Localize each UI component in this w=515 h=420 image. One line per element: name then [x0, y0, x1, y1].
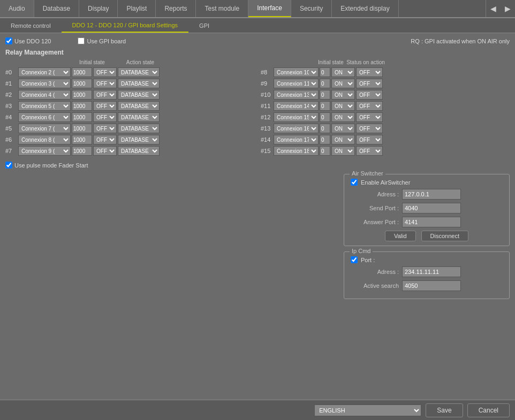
relay-right-on-select-4[interactable]: ON: [331, 112, 355, 122]
relay-right-status-select-2[interactable]: OFF: [356, 90, 383, 100]
answer-port-row: Answer Port :: [351, 217, 503, 227]
relay-off-select-1[interactable]: OFF: [93, 79, 117, 88]
relay-init-input-0[interactable]: [72, 67, 92, 77]
relay-right-hash-6: #14: [261, 136, 272, 143]
relay-init-input-7[interactable]: [72, 146, 92, 156]
subtab-gpi[interactable]: GPI: [188, 18, 220, 33]
relay-init-input-6[interactable]: [72, 135, 92, 144]
relay-init-input-3[interactable]: [72, 101, 92, 111]
relay-right-init-input-3[interactable]: [320, 101, 330, 111]
relay-db-select-0[interactable]: DATABASE: [118, 67, 160, 77]
save-button[interactable]: Save: [426, 403, 463, 417]
relay-db-select-3[interactable]: DATABASE: [118, 101, 160, 111]
relay-right-init-input-6[interactable]: [320, 135, 330, 144]
relay-right-init-input-2[interactable]: [320, 90, 330, 100]
relay-right-on-select-0[interactable]: ON: [331, 67, 355, 77]
use-gpi-checkbox[interactable]: [78, 37, 85, 44]
relay-off-select-3[interactable]: OFF: [93, 101, 117, 111]
active-search-input[interactable]: [402, 280, 461, 291]
relay-conn-select-7[interactable]: Connexion 9 (: [18, 146, 71, 156]
relay-off-select-2[interactable]: OFF: [93, 90, 117, 100]
relay-right-row-2: #10 Connexion 13 ON OFF: [261, 90, 510, 100]
relay-conn-select-4[interactable]: Connexion 6 (: [18, 112, 71, 122]
subtab-remotecontrol[interactable]: Remote control: [0, 18, 62, 33]
relay-conn-select-2[interactable]: Connexion 4 (: [18, 90, 71, 100]
relay-off-select-5[interactable]: OFF: [93, 124, 117, 133]
ip-address-input[interactable]: [402, 266, 461, 277]
subtab-ddo[interactable]: DDO 12 - DDO 120 / GPI board Settings: [62, 18, 188, 33]
tab-display[interactable]: Display: [79, 0, 118, 17]
tab-audio[interactable]: Audio: [0, 0, 34, 17]
relay-right-conn-select-2[interactable]: Connexion 13: [274, 90, 319, 100]
relay-right-conn-select-4[interactable]: Connexion 15: [274, 112, 319, 122]
answer-port-input[interactable]: [402, 217, 461, 227]
relay-right-init-input-4[interactable]: [320, 112, 330, 122]
relay-right-status-select-5[interactable]: OFF: [356, 124, 383, 133]
tab-database[interactable]: Database: [34, 0, 79, 17]
rq-text: RQ : GPI activated when ON AIR only: [411, 38, 510, 44]
relay-off-select-7[interactable]: OFF: [93, 146, 117, 156]
relay-right-on-select-3[interactable]: ON: [331, 101, 355, 111]
tab-extendeddisplay[interactable]: Extended display: [332, 0, 398, 17]
tab-playlist[interactable]: Playlist: [118, 0, 156, 17]
relay-right-conn-select-6[interactable]: Connexion 17: [274, 135, 319, 144]
relay-conn-select-5[interactable]: Connexion 7 (: [18, 124, 71, 133]
relay-right-status-select-7[interactable]: OFF: [356, 146, 383, 156]
relay-right-on-select-1[interactable]: ON: [331, 79, 355, 88]
tab-interface[interactable]: Interface: [248, 0, 291, 17]
use-ddo-checkbox[interactable]: [5, 37, 12, 44]
language-select[interactable]: ENGLISH: [314, 404, 421, 416]
relay-right-conn-select-5[interactable]: Connexion 16: [274, 124, 319, 133]
nav-next-arrow[interactable]: ▶: [501, 0, 515, 17]
relay-right-conn-select-0[interactable]: Connexion 10: [274, 67, 319, 77]
relay-right-status-select-0[interactable]: OFF: [356, 67, 383, 77]
relay-hash-3: #3: [5, 103, 17, 109]
tab-reports[interactable]: Reports: [156, 0, 196, 17]
relay-right-init-input-5[interactable]: [320, 124, 330, 133]
cancel-button[interactable]: Cancel: [467, 403, 510, 417]
relay-right-row-1: #9 Connexion 11 ON OFF: [261, 79, 510, 88]
relay-conn-select-0[interactable]: Connexion 2 (: [18, 67, 71, 77]
tab-security[interactable]: Security: [291, 0, 332, 17]
relay-init-input-1[interactable]: [72, 79, 92, 88]
relay-off-select-6[interactable]: OFF: [93, 135, 117, 144]
pulse-checkbox[interactable]: [5, 162, 12, 169]
relay-db-select-7[interactable]: DATABASE: [118, 146, 160, 156]
relay-hash-6: #6: [5, 136, 17, 143]
tab-testmodule[interactable]: Test module: [196, 0, 248, 17]
relay-init-input-2[interactable]: [72, 90, 92, 100]
relay-init-input-5[interactable]: [72, 124, 92, 133]
relay-right-init-input-7[interactable]: [320, 146, 330, 156]
relay-db-select-6[interactable]: DATABASE: [118, 135, 160, 144]
ip-port-checkbox[interactable]: [351, 256, 358, 263]
relay-db-select-4[interactable]: DATABASE: [118, 112, 160, 122]
relay-right-status-select-3[interactable]: OFF: [356, 101, 383, 111]
relay-right-conn-select-3[interactable]: Connexion 14: [274, 101, 319, 111]
enable-airswitcher-checkbox[interactable]: [351, 179, 358, 186]
relay-right-status-select-4[interactable]: OFF: [356, 112, 383, 122]
relay-init-input-4[interactable]: [72, 112, 92, 122]
nav-prev-arrow[interactable]: ◀: [486, 0, 501, 17]
relay-right-on-select-2[interactable]: ON: [331, 90, 355, 100]
send-port-input[interactable]: [402, 203, 461, 213]
relay-db-select-1[interactable]: DATABASE: [118, 79, 160, 88]
relay-right-on-select-5[interactable]: ON: [331, 124, 355, 133]
relay-right-on-select-7[interactable]: ON: [331, 146, 355, 156]
disconnect-button[interactable]: Disconnect: [421, 231, 468, 241]
relay-right-conn-select-1[interactable]: Connexion 11: [274, 79, 319, 88]
relay-conn-select-6[interactable]: Connexion 8 (: [18, 135, 71, 144]
relay-off-select-4[interactable]: OFF: [93, 112, 117, 122]
valid-button[interactable]: Valid: [385, 231, 416, 241]
relay-right-on-select-6[interactable]: ON: [331, 135, 355, 144]
relay-off-select-0[interactable]: OFF: [93, 67, 117, 77]
relay-db-select-5[interactable]: DATABASE: [118, 124, 160, 133]
address-input[interactable]: [402, 189, 461, 200]
relay-db-select-2[interactable]: DATABASE: [118, 90, 160, 100]
relay-conn-select-1[interactable]: Connexion 3 (: [18, 79, 71, 88]
relay-right-conn-select-7[interactable]: Connexion 18: [274, 146, 319, 156]
relay-right-status-select-6[interactable]: OFF: [356, 135, 383, 144]
relay-conn-select-3[interactable]: Connexion 5 (: [18, 101, 71, 111]
relay-right-init-input-0[interactable]: [320, 67, 330, 77]
relay-right-init-input-1[interactable]: [320, 79, 330, 88]
relay-right-status-select-1[interactable]: OFF: [356, 79, 383, 88]
